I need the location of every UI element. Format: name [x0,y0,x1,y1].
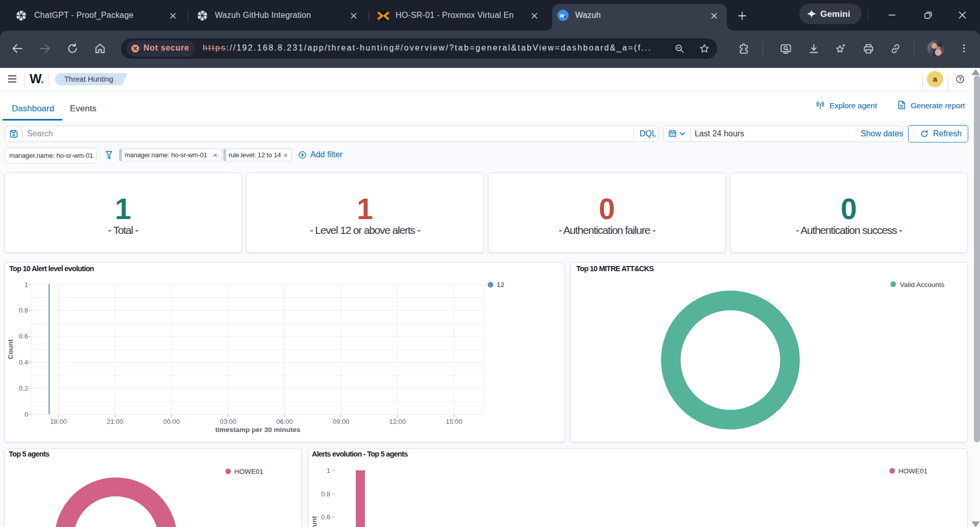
svg-text:21:00: 21:00 [107,418,124,425]
svg-text:12: 12 [497,281,504,289]
svg-text:0.8: 0.8 [321,490,330,498]
svg-text:09:00: 09:00 [333,418,350,425]
svg-text:HOWE01: HOWE01 [234,468,263,475]
svg-text:0.8: 0.8 [19,306,28,314]
svg-text:0.4: 0.4 [19,358,28,366]
svg-text:Valid Accounts: Valid Accounts [900,281,945,289]
svg-text:1: 1 [327,467,330,474]
svg-text:0.6: 0.6 [19,332,28,340]
svg-text:1: 1 [24,281,28,289]
svg-text:0.6: 0.6 [321,513,330,521]
svg-text:00:00: 00:00 [163,418,180,425]
svg-text:18:00: 18:00 [50,418,67,425]
svg-text:06:00: 06:00 [276,418,293,425]
svg-text:0: 0 [24,411,28,418]
svg-text:12:00: 12:00 [389,418,406,425]
svg-text:03:00: 03:00 [219,418,236,425]
svg-text:timestamp per 30 minutes: timestamp per 30 minutes [215,426,301,434]
svg-text:Count: Count [7,339,14,359]
svg-text:15:00: 15:00 [446,418,462,425]
svg-text:HOWE01: HOWE01 [898,467,927,475]
svg-text:Count: Count [310,516,318,527]
svg-text:0.2: 0.2 [19,385,28,392]
